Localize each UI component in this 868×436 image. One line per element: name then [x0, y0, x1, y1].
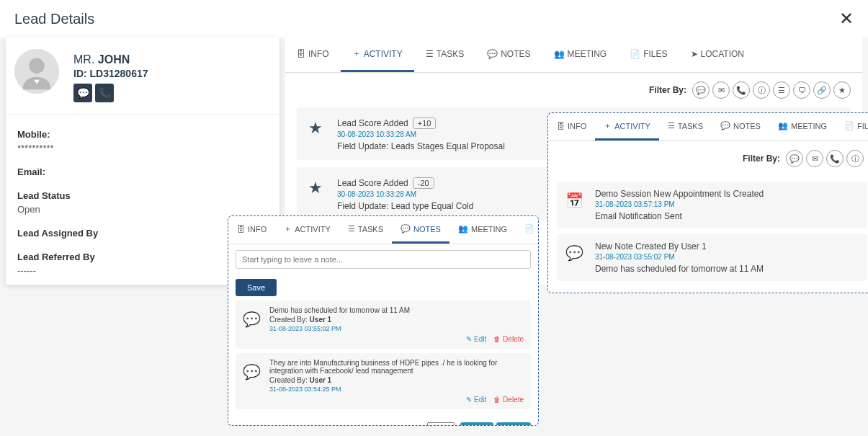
tab-meeting[interactable]: 👥MEETING	[769, 113, 836, 141]
note-item: 💬 Demo has scheduled for tomorrow at 11 …	[236, 301, 531, 349]
overlay-activity-item: 📅 Demo Session New Appointment Is Create…	[557, 182, 867, 228]
delete-link[interactable]: 🗑 Delete	[493, 396, 524, 404]
edit-link[interactable]: ✎ Edit	[466, 335, 486, 343]
phone-icon[interactable]: 📞	[95, 84, 114, 102]
note-timestamp: 31-08-2023 03:54:25 PM	[269, 386, 524, 393]
tab-info[interactable]: 🗄INFO	[285, 37, 341, 72]
chat-icon: 💬	[720, 121, 730, 130]
filter-phone-icon[interactable]: 📞	[733, 81, 750, 99]
overlay-filter-bar: Filter By: 💬 ✉ 📞 ⓘ	[548, 141, 868, 176]
email-label: Email:	[17, 166, 268, 177]
filter-bar: Filter By: 💬 ✉ 📞 ⓘ ☰ 🗨 🔗 ★	[285, 73, 862, 107]
page-size-select[interactable]: 10	[427, 422, 455, 426]
tab-activity[interactable]: ＋ACTIVITY	[275, 216, 339, 244]
list-icon: ☰	[348, 224, 355, 233]
close-button[interactable]: ✕	[839, 9, 854, 29]
filter-mail-icon[interactable]: ✉	[712, 81, 730, 99]
note-item: 💬 They are into Manufacturing business o…	[236, 353, 531, 409]
tab-activity[interactable]: ＋ACTIVITY	[595, 113, 659, 141]
briefcase-icon: 🗄	[297, 49, 305, 59]
tab-tasks[interactable]: ☰TASKS	[659, 113, 712, 141]
note-input[interactable]	[236, 250, 531, 269]
file-icon: 📄	[844, 121, 854, 130]
overlay-activity-item: 💬 New Note Created By User 1 31-08-2023 …	[557, 234, 867, 281]
activity-timestamp: 31-08-2023 03:57:13 PM	[595, 200, 858, 208]
star-icon: ★	[308, 176, 323, 197]
note-created-by: Created By: User 1	[269, 376, 524, 384]
tab-activity[interactable]: ＋ACTIVITY	[341, 37, 414, 72]
location-icon: ➤	[691, 49, 698, 59]
notes-tabs: 🗄INFO ＋ACTIVITY ☰TASKS 💬NOTES 👥MEETING 📄…	[228, 216, 538, 244]
note-timestamp: 31-08-2023 03:55:02 PM	[269, 325, 524, 332]
filter-icons: 💬 ✉ 📞 ⓘ	[786, 150, 864, 167]
note-title: Demo has scheduled for tomorrow at 11 AM	[269, 306, 524, 314]
activity-timestamp: 31-08-2023 03:55:02 PM	[595, 253, 858, 261]
tab-files[interactable]: 📄FILES	[618, 37, 679, 72]
edit-link[interactable]: ✎ Edit	[466, 396, 486, 404]
tab-notes[interactable]: 💬NOTES	[392, 216, 449, 244]
status-label: Lead Status	[17, 190, 268, 201]
tab-meeting[interactable]: 👥MEETING	[449, 216, 516, 244]
star-icon: ★	[308, 116, 323, 138]
activity-title: Demo Session New Appointment Is Created	[595, 189, 858, 199]
note-list: 💬 Demo has scheduled for tomorrow at 11 …	[228, 296, 538, 418]
id-label: ID:	[73, 68, 87, 79]
tab-location[interactable]: ➤LOCATION	[679, 37, 756, 72]
tab-notes[interactable]: 💬NOTES	[475, 37, 542, 72]
filter-mail-icon[interactable]: ✉	[806, 150, 823, 167]
filter-chat-icon[interactable]: 💬	[692, 81, 710, 99]
lead-id: ID: LD31280617	[73, 68, 271, 79]
note-input-wrap	[228, 244, 538, 275]
activity-title: Lead Score Added +10	[337, 117, 436, 129]
activity-title: Lead Score Added -20	[337, 177, 434, 189]
filter-label: Filter By:	[649, 85, 686, 95]
filter-chat-icon[interactable]: 💬	[786, 150, 803, 167]
tab-meeting[interactable]: 👥MEETING	[542, 37, 619, 72]
filter-info-icon[interactable]: ⓘ	[846, 150, 864, 167]
filter-comment-icon[interactable]: 🗨	[793, 81, 810, 99]
chat-icon: 💬	[565, 241, 583, 262]
filter-info-icon[interactable]: ⓘ	[753, 81, 770, 99]
delete-link[interactable]: 🗑 Delete	[493, 335, 524, 343]
chat-icon: 💬	[401, 224, 411, 233]
plus-icon: ＋	[352, 48, 361, 60]
tab-tasks[interactable]: ☰TASKS	[339, 216, 392, 244]
overlay-tabs: 🗄INFO ＋ACTIVITY ☰TASKS 💬NOTES 👥MEETING 📄…	[548, 113, 868, 141]
plus-icon: ＋	[604, 120, 612, 131]
activity-desc: Demo has scheduled for tomorrow at 11 AM	[595, 264, 858, 274]
chat-icon: 💬	[243, 306, 261, 343]
name-prefix: MR.	[73, 53, 94, 66]
tab-notes[interactable]: 💬NOTES	[712, 113, 769, 141]
status-value: Open	[17, 204, 268, 215]
save-button[interactable]: Save	[236, 279, 277, 296]
filter-list-icon[interactable]: ☰	[773, 81, 790, 99]
note-title: They are into Manufacturing business of …	[269, 359, 524, 375]
activity-overlay-panel: 🗄INFO ＋ACTIVITY ☰TASKS 💬NOTES 👥MEETING 📄…	[547, 112, 868, 293]
filter-star-icon[interactable]: ★	[833, 81, 851, 99]
tab-files[interactable]: 📄FILES	[516, 216, 539, 244]
calendar-icon: 📅	[565, 189, 583, 209]
mobile-value: **********	[17, 143, 268, 154]
tab-info[interactable]: 🗄INFO	[548, 113, 595, 141]
name-value: JOHN	[98, 53, 130, 66]
notes-overlay-panel: 🗄INFO ＋ACTIVITY ☰TASKS 💬NOTES 👥MEETING 📄…	[228, 215, 539, 426]
tab-tasks[interactable]: ☰TASKS	[414, 37, 475, 72]
people-icon: 👥	[458, 224, 468, 233]
page-title: Lead Details	[14, 11, 94, 27]
filter-label: Filter By:	[743, 154, 780, 164]
avatar	[14, 49, 59, 94]
pagination: Showing 1 to 3 of 3 records Page Size 10…	[228, 418, 538, 426]
score-badge: -20	[413, 177, 434, 189]
score-badge: +10	[413, 117, 437, 129]
filter-link-icon[interactable]: 🔗	[813, 81, 831, 99]
chat-icon[interactable]: 💬	[73, 84, 92, 102]
prev-button[interactable]: ◂Prev	[460, 422, 493, 426]
filter-phone-icon[interactable]: 📞	[826, 150, 844, 167]
people-icon: 👥	[778, 121, 788, 130]
tab-files[interactable]: 📄FILES	[836, 113, 868, 141]
file-icon: 📄	[524, 224, 534, 233]
svg-point-1	[29, 58, 44, 74]
tab-info[interactable]: 🗄INFO	[228, 216, 275, 244]
profile-block: MR. JOHN ID: LD31280617 💬 📞	[6, 37, 279, 115]
next-button[interactable]: Next ▸	[496, 422, 531, 426]
